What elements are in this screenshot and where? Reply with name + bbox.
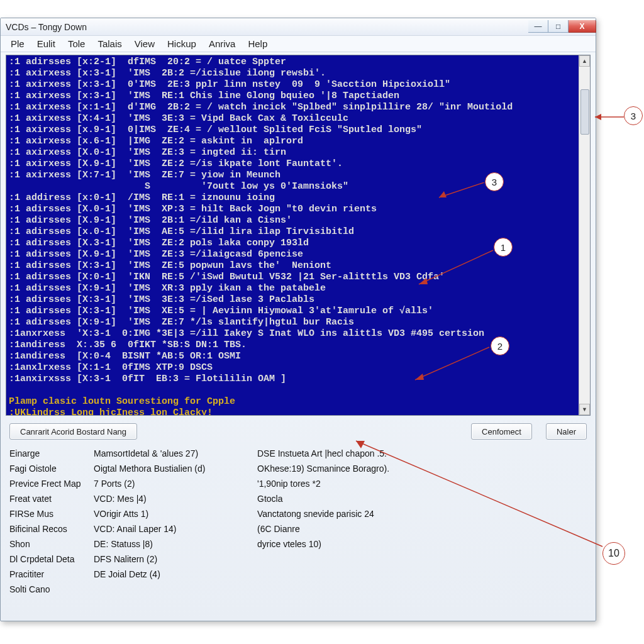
stat-row: Freat vatetVCD: Mes |4) [9, 491, 246, 506]
maximize-icon: □ [556, 22, 560, 31]
menu-item-ple[interactable]: Ple [6, 37, 30, 50]
stat-line: Vanctatong snevide parisic 24 [257, 506, 587, 521]
console-panel: :1 adirsses [x:2-1] dfIMS 20:2 = / uatce… [6, 55, 591, 416]
app-window: VCDs – Tongy Down — □ X PleEulitToleTala… [0, 18, 596, 621]
stats-left-block: EinargeMamsortIdetal & 'alues 27)Fagi Oi… [9, 446, 246, 597]
menu-item-tole[interactable]: Tole [63, 37, 91, 50]
connect-button[interactable]: Cenfomect [471, 423, 532, 440]
stat-row: PracititerDE Joial Detz (4) [9, 567, 246, 582]
vertical-scrollbar[interactable]: ▲ ▼ [579, 55, 590, 415]
stat-key: Freat vatet [9, 491, 94, 506]
stat-row: Dl Crpdetal DetaDFS Nalitern (2) [9, 552, 246, 567]
menu-item-anriva[interactable]: Anriva [204, 37, 241, 50]
stat-key: Shon [9, 536, 94, 552]
main-action-button[interactable]: Canrarit Acorid Bostard Nang [9, 423, 137, 440]
stat-key: Solti Cano [9, 582, 94, 597]
minimize-icon: — [535, 22, 542, 31]
stat-value: VCD: Mes |4) [94, 491, 147, 506]
stat-row: FIRSe MusVOrigir Atts 1) [9, 506, 246, 521]
stats-right-block: DSE Instueta Art |hecl chapon .5.OKhese:… [257, 446, 587, 597]
menu-item-talais[interactable]: Talais [92, 37, 126, 50]
menu-bar: PleEulitToleTalaisViewHickupAnrivaHelp [1, 36, 596, 52]
stat-key: FIRSe Mus [9, 506, 94, 521]
callout-10: 10 [602, 542, 625, 565]
scroll-thumb[interactable] [580, 89, 589, 135]
stat-row: EinargeMamsortIdetal & 'alues 27) [9, 446, 246, 461]
stat-value: DFS Nalitern (2) [94, 552, 157, 567]
minimize-button[interactable]: — [528, 20, 548, 33]
maximize-button[interactable]: □ [548, 20, 569, 33]
stat-key: Previce Frect Map [9, 476, 94, 491]
stat-value: Oigtal Methora Bustialien (d) [94, 461, 205, 476]
stat-line: (6C Dianre [257, 521, 587, 536]
stat-value: VOrigir Atts 1) [94, 506, 148, 521]
stat-line: '1,90nip tores *2 [257, 476, 587, 491]
stat-key: Einarge [9, 446, 94, 461]
callout-3-outer: 3 [624, 106, 643, 125]
next-button[interactable]: Naler [546, 423, 587, 440]
titlebar: VCDs – Tongy Down — □ X [1, 18, 596, 36]
stat-key: Bificinal Recos [9, 521, 94, 536]
stat-value: DE: Statuss |8) [94, 536, 153, 552]
stat-row: ShonDE: Statuss |8) [9, 536, 246, 552]
menu-item-help[interactable]: Help [243, 37, 272, 50]
stat-key: Pracititer [9, 567, 94, 582]
stat-row: Previce Frect Map7 Ports (2) [9, 476, 246, 491]
stat-key: Fagi Oistole [9, 461, 94, 476]
console-output: :1 adirsses [x:2-1] dfIMS 20:2 = / uatce… [6, 55, 579, 415]
stat-key: Dl Crpdetal Deta [9, 552, 94, 567]
stat-value: 7 Ports (2) [94, 476, 135, 491]
scroll-down-button[interactable]: ▼ [579, 404, 590, 415]
menu-item-view[interactable]: View [130, 37, 160, 50]
stat-row: Solti Cano [9, 582, 246, 597]
menu-item-eulit[interactable]: Eulit [32, 37, 60, 50]
close-icon: X [579, 22, 584, 31]
stat-line: OKhese:19) Scmanince Boragro). [257, 461, 587, 476]
stat-line: dyrice vteles 10) [257, 536, 587, 552]
stat-line: DSE Instueta Art |hecl chapon .5. [257, 446, 587, 461]
button-row: Canrarit Acorid Bostard Nang Cenfomect N… [9, 423, 587, 440]
window-title: VCDs – Tongy Down [4, 22, 87, 32]
stat-row: Bificinal RecosVCD: Anail Laper 14) [9, 521, 246, 536]
stat-row: Fagi OistoleOigtal Methora Bustialien (d… [9, 461, 246, 476]
stats-area: EinargeMamsortIdetal & 'alues 27)Fagi Oi… [9, 446, 587, 597]
stat-line: Gtocla [257, 491, 587, 506]
window-controls: — □ X [528, 20, 596, 33]
scroll-up-button[interactable]: ▲ [579, 55, 590, 67]
close-button[interactable]: X [569, 20, 596, 33]
stat-value: MamsortIdetal & 'alues 27) [94, 446, 198, 461]
stat-value: VCD: Anail Laper 14) [94, 521, 177, 536]
menu-item-hickup[interactable]: Hickup [162, 37, 201, 50]
arrow-3-outer [591, 112, 629, 122]
stat-value: DE Joial Detz (4) [94, 567, 160, 582]
